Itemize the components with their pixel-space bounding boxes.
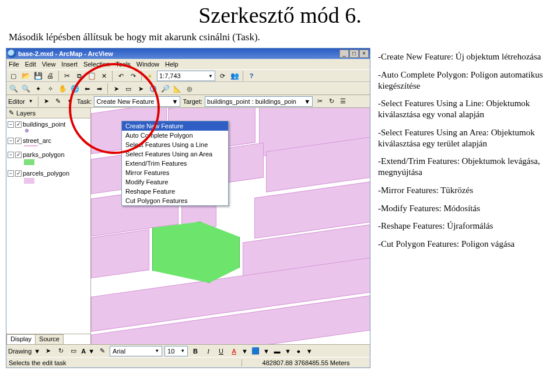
pointer-icon[interactable] bbox=[135, 83, 146, 94]
italic-button[interactable]: I bbox=[203, 346, 214, 356]
draw-pointer-icon[interactable] bbox=[43, 346, 53, 356]
checkbox-icon[interactable]: ✓ bbox=[15, 121, 22, 128]
menu-window[interactable]: Window bbox=[136, 61, 159, 68]
edit-vertices-icon[interactable]: ✎ bbox=[97, 346, 107, 356]
collapse-icon[interactable]: − bbox=[8, 138, 14, 144]
target-dropdown[interactable]: buildings_point : buildings_poin ▼ bbox=[205, 96, 313, 107]
users-icon[interactable] bbox=[229, 71, 240, 81]
toc-layer-parks-polygon[interactable]: parks_polygon bbox=[23, 151, 65, 158]
window-minimize-button[interactable]: _ bbox=[340, 50, 349, 58]
task-option-modify[interactable]: Modify Feature bbox=[122, 177, 228, 187]
print-icon[interactable] bbox=[45, 71, 55, 81]
zoom-fixed-out-icon[interactable]: ✧ bbox=[45, 83, 55, 94]
toc-layer-street-arc[interactable]: street_arc bbox=[23, 137, 51, 144]
task-option-cut-polygon[interactable]: Cut Polygon Features bbox=[122, 196, 228, 205]
toc-layer-parcels-polygon[interactable]: parcels_polygon bbox=[23, 170, 69, 177]
dropdown-icon[interactable]: ▼ bbox=[242, 348, 248, 355]
dropdown-icon[interactable]: ▼ bbox=[306, 348, 313, 355]
copy-icon[interactable] bbox=[74, 71, 85, 81]
bold-button[interactable]: B bbox=[190, 346, 201, 356]
edit-pointer-icon[interactable] bbox=[42, 97, 51, 106]
draw-rect-icon[interactable]: ▭ bbox=[68, 346, 79, 356]
redo-icon[interactable] bbox=[128, 71, 138, 81]
fill-color-icon[interactable]: 🟦 bbox=[250, 346, 261, 356]
font-select[interactable]: Arial▼ bbox=[110, 346, 162, 356]
font-size-select[interactable]: 10▼ bbox=[164, 346, 188, 356]
task-option-mirror[interactable]: Mirror Features bbox=[122, 168, 228, 177]
attributes-icon[interactable]: ☰ bbox=[338, 97, 348, 106]
open-icon[interactable] bbox=[20, 71, 31, 81]
dropdown-icon[interactable]: ▼ bbox=[88, 348, 94, 355]
dropdown-icon[interactable]: ▼ bbox=[263, 348, 270, 355]
sketch-tool-icon[interactable]: ✎ bbox=[54, 97, 63, 106]
menu-file[interactable]: File bbox=[9, 61, 19, 68]
dropdown-icon[interactable]: ▼ bbox=[285, 348, 291, 355]
clear-selection-icon[interactable]: ▭ bbox=[123, 83, 134, 94]
menu-selection[interactable]: Selection bbox=[83, 61, 110, 68]
window-close-button[interactable]: × bbox=[359, 50, 369, 58]
underline-button[interactable]: U bbox=[216, 346, 226, 356]
font-color-button[interactable]: A bbox=[229, 346, 239, 356]
page-subtitle: Második lépésben állítsuk be hogy mit ak… bbox=[9, 32, 554, 43]
editor-menu[interactable]: Editor bbox=[8, 98, 25, 105]
task-dropdown[interactable]: Create New Feature ▼ bbox=[94, 96, 180, 107]
explain-mirror: -Mirror Features: Tükrözés bbox=[378, 185, 554, 196]
zoom-fixed-in-icon[interactable]: ✦ bbox=[33, 83, 43, 94]
split-icon[interactable]: ✂ bbox=[315, 97, 324, 106]
window-maximize-button[interactable]: □ bbox=[349, 50, 359, 58]
checkbox-icon[interactable]: ✓ bbox=[15, 152, 22, 158]
dropdown-icon[interactable]: ▼ bbox=[27, 97, 34, 106]
sketch-dropdown-icon[interactable]: ▾ bbox=[65, 97, 75, 106]
zoom-out-icon[interactable] bbox=[20, 83, 31, 94]
undo-icon[interactable] bbox=[116, 71, 126, 81]
refresh-icon[interactable] bbox=[217, 71, 228, 81]
collapse-icon[interactable]: − bbox=[8, 152, 14, 158]
add-data-icon[interactable] bbox=[145, 71, 155, 81]
toc-tab-source[interactable]: Source bbox=[35, 334, 64, 344]
find-icon[interactable] bbox=[160, 83, 170, 94]
save-icon[interactable] bbox=[33, 71, 43, 81]
polygon-symbol-swatch bbox=[24, 159, 34, 165]
marker-color-icon[interactable]: ● bbox=[293, 346, 304, 356]
map-canvas[interactable]: Create New Feature Auto Complete Polygon… bbox=[91, 108, 370, 344]
toc-layer-buildings-point[interactable]: buildings_point bbox=[23, 121, 65, 128]
paste-icon[interactable] bbox=[86, 71, 97, 81]
line-color-icon[interactable]: ▬ bbox=[272, 346, 282, 356]
text-tool-icon[interactable]: A bbox=[81, 348, 86, 355]
map-scale-input[interactable]: 1:7,743 ▼ bbox=[157, 71, 215, 81]
select-icon[interactable] bbox=[111, 83, 121, 94]
cut-icon[interactable] bbox=[62, 71, 72, 81]
goto-xy-icon[interactable] bbox=[184, 83, 195, 94]
menu-edit[interactable]: Edit bbox=[25, 61, 36, 68]
task-option-select-line[interactable]: Select Features Using a Line bbox=[122, 140, 228, 149]
next-extent-icon[interactable]: ➡ bbox=[94, 83, 104, 94]
collapse-icon[interactable]: − bbox=[8, 170, 14, 177]
task-option-create-new-feature[interactable]: Create New Feature bbox=[122, 121, 228, 131]
drawing-menu[interactable]: Drawing bbox=[8, 348, 32, 355]
task-option-select-area[interactable]: Select Features Using an Area bbox=[122, 149, 228, 159]
checkbox-icon[interactable]: ✓ bbox=[15, 170, 22, 177]
prev-extent-icon[interactable]: ⬅ bbox=[82, 83, 92, 94]
task-option-extend-trim[interactable]: Extend/Trim Features bbox=[122, 159, 228, 168]
menu-tools[interactable]: Tools bbox=[116, 61, 131, 68]
task-option-reshape[interactable]: Reshape Feature bbox=[122, 187, 228, 196]
dropdown-icon: ▼ bbox=[208, 74, 213, 79]
menu-view[interactable]: View bbox=[42, 61, 56, 68]
draw-rotate-icon[interactable]: ↻ bbox=[55, 346, 66, 356]
rotate-icon[interactable]: ↻ bbox=[327, 97, 336, 106]
toc-tab-display[interactable]: Display bbox=[6, 334, 36, 344]
pan-icon[interactable] bbox=[57, 83, 68, 94]
zoom-in-icon[interactable] bbox=[8, 83, 19, 94]
delete-icon[interactable] bbox=[99, 71, 109, 81]
new-icon[interactable] bbox=[8, 71, 19, 81]
checkbox-icon[interactable]: ✓ bbox=[15, 138, 22, 144]
task-option-auto-complete-polygon[interactable]: Auto Complete Polygon bbox=[122, 131, 228, 140]
full-extent-icon[interactable] bbox=[69, 83, 80, 94]
menu-help[interactable]: Help bbox=[165, 61, 178, 68]
help-icon[interactable] bbox=[246, 71, 257, 81]
menu-insert[interactable]: Insert bbox=[61, 61, 78, 68]
measure-icon[interactable]: 📐 bbox=[172, 83, 183, 94]
collapse-icon[interactable]: − bbox=[8, 121, 14, 128]
identify-icon[interactable] bbox=[148, 83, 158, 94]
dropdown-icon[interactable]: ▼ bbox=[34, 348, 40, 355]
